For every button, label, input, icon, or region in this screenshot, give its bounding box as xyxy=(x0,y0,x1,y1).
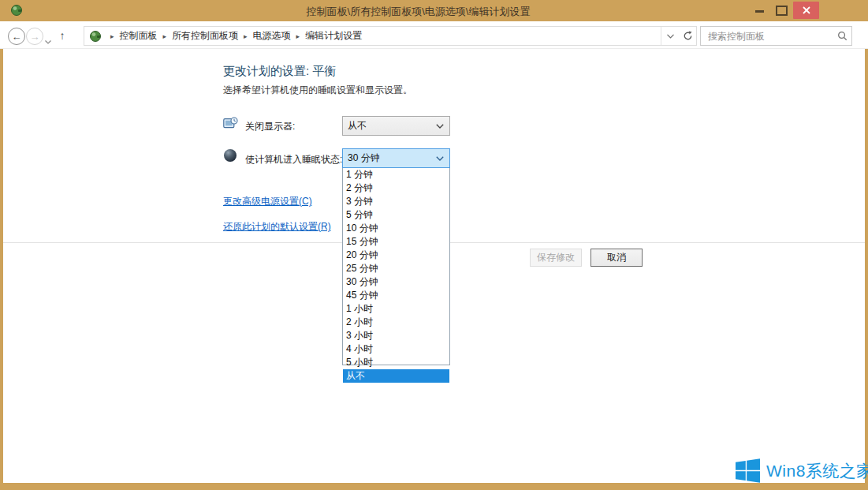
refresh-button[interactable] xyxy=(679,27,696,45)
turn-off-display-label: 关闭显示器: xyxy=(245,120,295,133)
minimize-button[interactable] xyxy=(755,10,764,13)
breadcrumb-separator-icon: ▸ xyxy=(105,32,120,40)
dropdown-option[interactable]: 3 分钟 xyxy=(343,195,449,208)
chevron-down-icon xyxy=(436,124,449,129)
dropdown-option[interactable]: 20 分钟 xyxy=(343,249,449,262)
dropdown-option[interactable]: 5 小时 xyxy=(343,356,449,369)
breadcrumb-separator-icon: ▸ xyxy=(158,32,173,40)
dropdown-option[interactable]: 2 分钟 xyxy=(343,181,449,195)
save-changes-button[interactable]: 保存修改 xyxy=(530,249,582,267)
breadcrumb-control-panel[interactable]: 控制面板 xyxy=(120,29,158,43)
power-options-app-icon xyxy=(10,4,23,17)
dropdown-option[interactable]: 45 分钟 xyxy=(343,289,449,302)
change-advanced-power-settings-link[interactable]: 更改高级电源设置(C) xyxy=(223,195,312,208)
sleep-timeout-select[interactable]: 30 分钟 xyxy=(342,148,450,168)
display-timeout-select[interactable]: 从不 xyxy=(342,116,450,136)
search-icon xyxy=(837,31,848,41)
sleep-moon-icon xyxy=(224,149,237,162)
search-input[interactable] xyxy=(701,31,833,42)
display-clock-icon xyxy=(223,117,238,130)
brand-name: Win8系统之家 xyxy=(766,460,868,482)
close-icon xyxy=(803,6,810,14)
search-button[interactable] xyxy=(833,27,851,45)
chevron-down-icon xyxy=(436,156,449,161)
titlebar: 控制面板\所有控制面板项\电源选项\编辑计划设置 xyxy=(0,0,868,21)
cancel-button[interactable]: 取消 xyxy=(590,249,643,267)
forward-button[interactable]: → xyxy=(26,28,43,45)
recent-pages-button[interactable] xyxy=(45,33,51,47)
breadcrumb-power-options[interactable]: 电源选项 xyxy=(253,29,291,43)
back-icon: ← xyxy=(12,32,22,42)
dropdown-option[interactable]: 5 分钟 xyxy=(343,208,449,222)
dropdown-option[interactable]: 15 分钟 xyxy=(343,235,449,249)
dropdown-option[interactable]: 30 分钟 xyxy=(343,275,449,289)
page-title: 更改计划的设置: 平衡 xyxy=(223,64,336,79)
breadcrumb-all-items[interactable]: 所有控制面板项 xyxy=(172,29,238,43)
sleep-timeout-dropdown-list: 1 分钟 2 分钟 3 分钟 5 分钟 10 分钟 15 分钟 20 分钟 25… xyxy=(342,168,450,365)
dropdown-option[interactable]: 1 分钟 xyxy=(343,168,449,181)
refresh-icon xyxy=(683,31,693,41)
breadcrumb-separator-icon: ▸ xyxy=(238,32,253,40)
breadcrumb-edit-plan[interactable]: 编辑计划设置 xyxy=(305,29,362,43)
breadcrumb-separator-icon: ▸ xyxy=(291,32,306,40)
address-bar[interactable]: ▸ 控制面板 ▸ 所有控制面板项 ▸ 电源选项 ▸ 编辑计划设置 xyxy=(84,26,697,46)
power-options-icon xyxy=(89,30,102,43)
back-button[interactable]: ← xyxy=(8,28,25,45)
search-box[interactable] xyxy=(700,26,852,46)
dropdown-option[interactable]: 4 小时 xyxy=(343,342,449,356)
window-title: 控制面板\所有控制面板项\电源选项\编辑计划设置 xyxy=(95,5,742,19)
display-timeout-value: 从不 xyxy=(343,119,436,133)
chevron-down-icon xyxy=(45,40,51,44)
windows-logo-icon xyxy=(736,458,760,483)
maximize-button[interactable] xyxy=(776,6,788,16)
brand-watermark: Win8系统之家 xyxy=(736,458,868,483)
dropdown-option[interactable]: 10 分钟 xyxy=(343,222,449,235)
up-button[interactable]: ↑ xyxy=(55,28,69,43)
navigation-bar: ← → ↑ ▸ 控制面板 ▸ 所有控制面板项 ▸ 电源选项 ▸ 编辑计划设置 xyxy=(0,21,868,49)
page-subtitle: 选择希望计算机使用的睡眠设置和显示设置。 xyxy=(223,84,412,97)
close-button[interactable] xyxy=(793,2,819,19)
address-dropdown-button[interactable] xyxy=(661,27,679,45)
chevron-down-icon xyxy=(667,34,674,39)
restore-default-settings-link[interactable]: 还原此计划的默认设置(R) xyxy=(223,220,331,234)
sleep-timeout-value: 30 分钟 xyxy=(343,151,436,165)
dropdown-option[interactable]: 3 小时 xyxy=(343,329,449,342)
dropdown-option[interactable]: 25 分钟 xyxy=(343,262,449,275)
dropdown-option[interactable]: 2 小时 xyxy=(343,316,449,329)
dropdown-option-selected[interactable]: 从不 xyxy=(343,369,449,383)
forward-icon: → xyxy=(30,32,40,42)
dropdown-option[interactable]: 1 小时 xyxy=(343,302,449,316)
screenshot-root: { "titlebar": { "title": "控制面板\\所有控制面板项\… xyxy=(0,0,868,490)
sleep-timeout-label: 使计算机进入睡眠状态: xyxy=(245,153,342,166)
up-icon: ↑ xyxy=(60,29,65,42)
